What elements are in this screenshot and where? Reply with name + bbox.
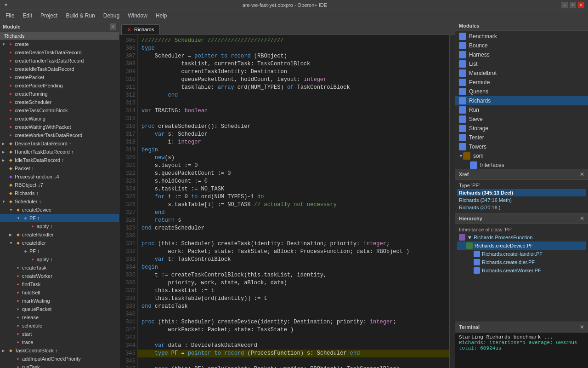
module-entry[interactable]: Richards [455,96,588,105]
tree-item[interactable]: ▼◆createDevice [0,206,119,214]
menu-build-run[interactable]: Build & Run [62,12,98,20]
menu-window[interactable]: Window [124,12,151,20]
module-name: Towers [469,144,486,150]
xref-item[interactable]: Richards (345:13 Decl) [457,189,586,196]
tree-item[interactable]: ●createWorkerTaskDataRecord [0,131,119,139]
module-entry[interactable]: Towers [455,142,588,151]
module-entry[interactable]: List [455,59,588,69]
tree-node-icon: ● [7,66,14,72]
module-entry[interactable]: Benchmark [455,32,588,41]
tree-item[interactable]: ◆Richards ↑ [0,189,119,197]
tree-item[interactable]: ●holdSelf [0,288,119,297]
tree-item[interactable]: ●markWaiting [0,297,119,305]
module-entry[interactable]: Permute [455,78,588,87]
code-line: var t: TaskControlBlock [141,256,231,263]
tree-item[interactable]: ●createWorker [0,272,119,280]
tree-item[interactable]: ◆PF ↑ [0,247,119,255]
code-line: s.holdCount := 0 [141,178,208,184]
tree-item[interactable]: ●createPacketPending [0,81,119,90]
tree-item[interactable]: ●apply ↑ [0,222,119,230]
terminal-close[interactable]: ✕ [580,324,584,330]
tree-item[interactable]: ▼◆Scheduler ↑ [0,197,119,206]
module-entry[interactable]: ▼ som [455,151,588,161]
module-entry[interactable]: Tester [455,133,588,142]
tree-item[interactable]: ●runTask [0,363,119,368]
module-entry[interactable]: Storage [455,124,588,133]
tree-item[interactable]: ●createDeviceTaskDataRecord [0,48,119,57]
editor-tab-richards[interactable]: ✕ Richards [121,24,160,34]
tree-item[interactable]: ●createTaskControlBlock [0,106,119,115]
tree-item[interactable]: ▼◆PF ↑ [0,214,119,222]
maximize-button[interactable]: + [570,2,576,8]
tree-item[interactable]: ●createTask [0,264,119,272]
tree-item[interactable]: ●addInputAndCheckPriority [0,355,119,363]
tree-item[interactable]: ▶◆IdleTaskDataRecord ↑ [0,156,119,164]
hierarchy-item[interactable]: Richards.createWorker.PF [457,266,586,275]
tab-close-icon[interactable]: ✕ [127,27,131,32]
tree-item-label: createDevice [22,207,51,213]
tree-item[interactable]: ▶◆createHandler [0,230,119,239]
tree-item[interactable]: ●createWaitingWithPacket [0,123,119,131]
module-entry[interactable]: Bounce [455,41,588,50]
tree-item[interactable]: ●apply ↑ [0,255,119,264]
module-entry[interactable]: Sieve [455,115,588,124]
menu-edit[interactable]: Edit [19,12,36,20]
module-entry[interactable]: Harness [455,50,588,59]
code-area[interactable]: ///////// Scheduler ////////////////////… [138,35,449,368]
line-number: 328 [119,217,136,224]
hierarchy-node-icon [466,242,473,249]
tree-item[interactable]: ●schedule [0,322,119,330]
tab-label: Richards [134,27,154,32]
tree-item[interactable]: ●createRunning [0,90,119,98]
tree-item[interactable]: ▶◆TaskControlBlock ↑ [0,346,119,355]
hierarchy-item[interactable]: ▼ Richards.ProcessFunction [457,233,586,242]
tree-item[interactable]: ●queuePacket [0,305,119,313]
tree-item[interactable]: ◆ProcessFunction ↓4 [0,172,119,181]
hierarchy-item[interactable]: Richards.createHandler.PF [457,250,586,258]
menu-help[interactable]: Help [152,12,171,20]
tree-item[interactable]: ●findTask [0,280,119,288]
tree-node-icon: ◆ [15,207,21,213]
tree-item[interactable]: ▼●create [0,40,119,48]
module-tab[interactable]: 'Richards' [0,32,119,40]
tree-item[interactable]: ●createScheduler [0,98,119,106]
left-panel: Module ✕ 'Richards' ▼●create ●createDevi… [0,21,119,368]
tree-item[interactable]: ●createIdleTaskDataRecord [0,65,119,73]
close-button[interactable]: ✕ [578,2,584,8]
module-entry[interactable]: Mandelbrot [455,69,588,78]
hierarchy-title: Inheritance of class 'PF' [457,226,586,233]
tree-item[interactable]: ▼◆createIdler [0,239,119,247]
tree-item[interactable]: ◆Packet ↑ [0,164,119,172]
tree-node-icon: ● [15,273,21,279]
tree-item[interactable]: ●createPacket [0,73,119,81]
menu-debug[interactable]: Debug [100,12,123,20]
tree-item[interactable]: ▶◆DeviceTaskDataRecord ↑ [0,139,119,148]
module-entry[interactable]: Queens [455,87,588,96]
xref-item[interactable]: Richards (370:18 ) [457,204,586,211]
tree-item[interactable]: ●start [0,330,119,338]
minimize-button[interactable]: − [561,2,568,8]
tree-scroll[interactable]: ▼●create ●createDeviceTaskDataRecord ●cr… [0,40,119,368]
tree-item[interactable]: ●createHandlerTaskDataRecord [0,57,119,65]
hierarchy-item[interactable]: Richards.createDevice.PF [457,242,586,250]
tree-item[interactable]: ●createWaiting [0,115,119,123]
module-entry[interactable]: Run [455,105,588,115]
tree-item[interactable]: ●release [0,313,119,322]
xref-close[interactable]: ✕ [580,171,584,178]
tree-item[interactable]: ●trace [0,338,119,346]
module-panel-close[interactable]: ✕ [110,23,116,30]
line-number: 306 [119,45,136,52]
tree-item-label: HandlerTaskDataRecord ↑ [15,149,74,155]
line-number: 324 [119,185,136,193]
xref-item[interactable]: Richards (347:16 Meth) [457,196,586,204]
line-number: 347 [119,365,136,368]
editor-scrollbar[interactable] [449,35,455,368]
menu-file[interactable]: File [2,12,18,20]
tree-item-label: queuePacket [22,306,51,312]
hierarchy-item[interactable]: Richards.createIdler.PF [457,258,586,266]
tree-item[interactable]: ◆RBObject ↓7 [0,181,119,189]
tree-item[interactable]: ▶◆HandlerTaskDataRecord ↑ [0,148,119,156]
menu-project[interactable]: Project [37,12,61,20]
module-entry[interactable]: Interfaces [455,161,588,169]
hierarchy-close[interactable]: ✕ [580,215,584,222]
